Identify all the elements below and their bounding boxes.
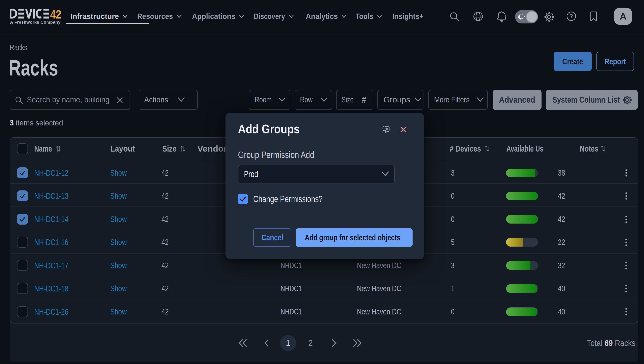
svg-text:?: ? [570, 13, 573, 19]
